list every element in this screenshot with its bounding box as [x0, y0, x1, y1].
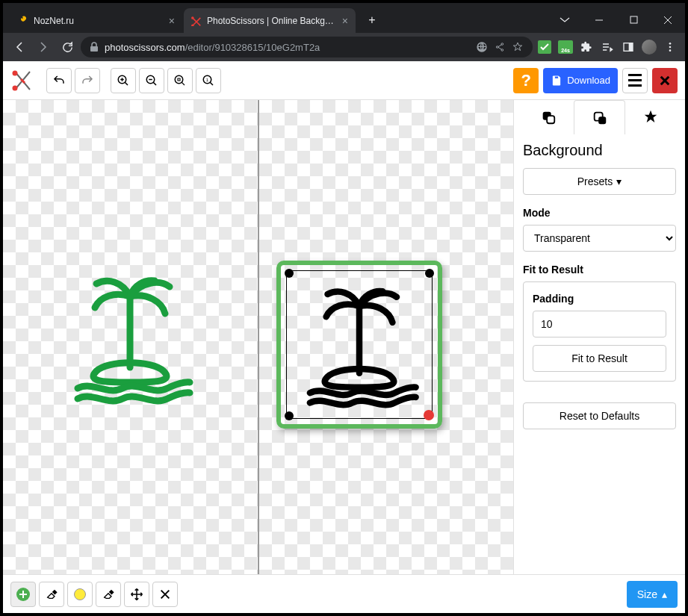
result-panel[interactable]	[259, 100, 514, 574]
app-toolbar: 1 ? Download	[3, 61, 685, 100]
sidebar-heading: Background	[523, 142, 676, 159]
bottom-toolbar: Size ▴	[3, 574, 685, 613]
svg-point-9	[13, 85, 18, 90]
padding-input[interactable]	[533, 311, 666, 337]
check-ext-icon[interactable]	[536, 38, 554, 56]
tab-title: PhotoScissors | Online Background	[207, 16, 337, 26]
puzzle-icon[interactable]	[577, 38, 595, 56]
save-icon	[551, 75, 563, 87]
avatar[interactable]	[640, 38, 658, 56]
minimize-icon[interactable]	[582, 7, 616, 33]
forward-button[interactable]	[33, 37, 54, 57]
tab-title: NozNet.ru	[34, 16, 164, 26]
yellow-circle-icon	[74, 588, 86, 600]
result-image	[292, 281, 427, 408]
svg-point-5	[669, 43, 672, 45]
new-tab-button[interactable]: +	[362, 10, 382, 31]
source-panel[interactable]	[3, 100, 259, 574]
selection-handle[interactable]	[425, 269, 434, 278]
zoom-in-button[interactable]	[111, 68, 136, 93]
timer-ext-icon[interactable]: 24s	[557, 38, 574, 56]
svg-rect-18	[598, 116, 606, 124]
svg-point-8	[13, 70, 18, 75]
svg-rect-16	[547, 116, 554, 123]
plus-icon	[16, 588, 30, 601]
mark-background-button[interactable]	[67, 582, 93, 607]
padding-label: Padding	[533, 293, 666, 305]
browser-addressbar: photoscissors.com/editor/910328615/10eG2…	[3, 33, 685, 61]
browser-tab-active[interactable]: PhotoScissors | Online Background ×	[184, 8, 356, 33]
tab-effects[interactable]	[625, 100, 676, 134]
svg-point-12	[175, 75, 183, 84]
svg-rect-0	[630, 16, 637, 23]
undo-button[interactable]	[46, 68, 72, 93]
panel-icon[interactable]	[619, 38, 637, 56]
close-icon[interactable]: ×	[342, 15, 348, 27]
caret-up-icon: ▴	[662, 588, 667, 600]
translate-icon[interactable]	[476, 41, 488, 53]
browser-tab-inactive[interactable]: NozNet.ru ×	[10, 8, 182, 33]
window-controls	[548, 7, 685, 33]
reset-button[interactable]: Reset to Defaults	[523, 402, 676, 429]
url-domain: photoscissors.com	[105, 42, 185, 53]
svg-rect-4	[629, 43, 633, 52]
erase-foreground-button[interactable]	[39, 582, 64, 607]
svg-point-6	[669, 46, 672, 49]
download-button[interactable]: Download	[543, 68, 618, 93]
scissors-icon	[191, 16, 202, 26]
maximize-icon[interactable]	[616, 7, 651, 33]
clear-button[interactable]	[152, 582, 178, 607]
erase-background-button[interactable]	[96, 582, 121, 607]
mode-label: Mode	[523, 207, 676, 219]
reload-button[interactable]	[57, 37, 78, 57]
svg-text:1: 1	[206, 77, 209, 81]
selection-handle[interactable]	[285, 411, 294, 420]
download-label: Download	[567, 75, 610, 86]
svg-point-7	[669, 49, 672, 52]
share-icon[interactable]	[494, 41, 506, 53]
zoom-fit-button[interactable]	[167, 68, 193, 93]
close-icon[interactable]: ×	[169, 15, 175, 27]
source-image	[59, 270, 201, 405]
add-foreground-button[interactable]	[10, 582, 36, 607]
mode-select[interactable]: Transparent	[523, 225, 676, 252]
caret-down-icon: ▾	[616, 175, 622, 187]
zoom-out-button[interactable]	[139, 68, 164, 93]
main-area: Background Presets ▾ Mode Transparent Fi…	[3, 100, 685, 574]
wrench-icon	[18, 16, 28, 26]
playlist-icon[interactable]	[598, 38, 616, 56]
fit-label: Fit to Result	[523, 264, 676, 276]
tab-foreground[interactable]	[523, 100, 574, 134]
zoom-actual-button[interactable]: 1	[196, 68, 221, 93]
presets-button[interactable]: Presets ▾	[523, 168, 676, 195]
close-editor-button[interactable]	[652, 68, 678, 93]
url-path: /editor/910328615/10eG2mT2a	[185, 42, 320, 53]
help-button[interactable]: ?	[513, 68, 539, 93]
sidebar: Background Presets ▾ Mode Transparent Fi…	[513, 100, 685, 574]
sidebar-tabs	[523, 100, 676, 134]
star-icon[interactable]	[512, 41, 524, 53]
url-bar[interactable]: photoscissors.com/editor/910328615/10eG2…	[81, 37, 533, 57]
hamburger-menu-button[interactable]	[622, 68, 648, 93]
redo-button[interactable]	[75, 68, 100, 93]
app-logo[interactable]	[10, 69, 34, 93]
back-button[interactable]	[9, 37, 30, 57]
close-window-icon[interactable]	[651, 7, 685, 33]
fit-to-result-button[interactable]: Fit to Result	[533, 345, 666, 372]
selection-box[interactable]	[276, 261, 442, 429]
chevron-down-icon[interactable]	[548, 7, 582, 33]
browser-tabbar: NozNet.ru × PhotoScissors | Online Backg…	[3, 3, 685, 33]
padding-fieldset: Padding Fit to Result	[523, 281, 676, 382]
lock-icon	[90, 42, 99, 52]
svg-rect-1	[90, 46, 98, 52]
move-tool-button[interactable]	[124, 582, 149, 607]
tab-background[interactable]	[574, 100, 626, 134]
selection-handle-rotate[interactable]	[424, 410, 434, 420]
kebab-menu-icon[interactable]	[661, 38, 679, 56]
selection-handle[interactable]	[285, 269, 294, 278]
size-button[interactable]: Size ▴	[627, 581, 678, 608]
